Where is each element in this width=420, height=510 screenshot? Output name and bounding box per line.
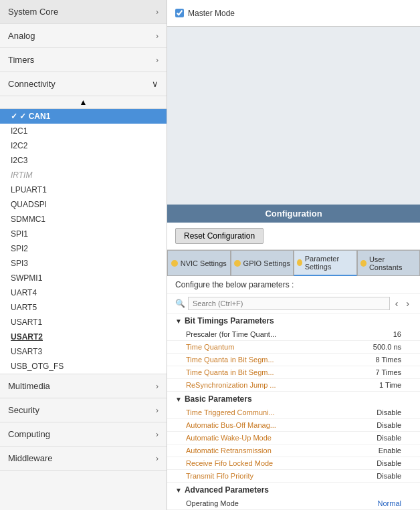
configure-label-text: Configure the below parameters :: [175, 280, 294, 289]
param-value: Normal: [378, 499, 401, 507]
collapse-icon: ▼: [175, 396, 182, 403]
chevron-down-icon: ∨: [152, 79, 159, 89]
sidebar-item-middleware[interactable]: Middleware ›: [0, 447, 167, 470]
sidebar-item-timers[interactable]: Timers ›: [0, 48, 167, 72]
connectivity-item-spi2[interactable]: SPI2: [0, 241, 167, 256]
connectivity-item-i2c1[interactable]: I2C1: [0, 124, 167, 138]
reset-config-button[interactable]: Reset Configuration: [175, 228, 264, 244]
param-name: Prescaler (for Time Quant...: [186, 330, 276, 338]
param-row: Automatic Bus-Off Manag...Disable: [167, 419, 420, 432]
param-value: Disable: [377, 408, 401, 416]
connectivity-item-uart4[interactable]: UART4: [0, 285, 167, 300]
connectivity-item-usart1[interactable]: USART1: [0, 315, 167, 330]
sidebar-section-middleware: Middleware ›: [0, 447, 167, 471]
param-row: Time Quanta in Bit Segm...7 Times: [167, 366, 420, 379]
connectivity-item-uart5[interactable]: UART5: [0, 300, 167, 315]
sidebar-item-analog[interactable]: Analog ›: [0, 24, 167, 47]
master-mode-label: Master Mode: [188, 9, 235, 18]
connectivity-item-spi3[interactable]: SPI3: [0, 256, 167, 271]
param-row: Prescaler (for Time Quant...16: [167, 328, 420, 341]
search-input[interactable]: [188, 297, 390, 310]
param-name: Time Quantum: [186, 343, 234, 351]
tab-parameter[interactable]: Parameter Settings: [294, 250, 357, 276]
tab-parameter-label: Parameter Settings: [305, 255, 354, 271]
connectivity-item-usart2[interactable]: USART2: [0, 330, 167, 344]
tab-gpio-label: GPIO Settings: [243, 259, 290, 267]
connectivity-item-i2c2[interactable]: I2C2: [0, 138, 167, 153]
canvas-area: [167, 27, 420, 205]
tab-gpio[interactable]: GPIO Settings: [231, 250, 294, 276]
chevron-right-icon: ›: [156, 7, 159, 17]
sidebar-item-middleware-label: Middleware: [8, 453, 52, 463]
sidebar-item-system-core-label: System Core: [8, 7, 58, 17]
sidebar-item-security[interactable]: Security ›: [0, 398, 167, 422]
connectivity-item-i2c3[interactable]: I2C3: [0, 153, 167, 168]
param-name: Operating Mode: [186, 499, 239, 507]
sidebar-section-system-core: System Core ›: [0, 0, 167, 24]
connectivity-item-quadspi[interactable]: QUADSPI: [0, 197, 167, 212]
params-scroll[interactable]: ▼ Bit Timings ParametersPrescaler (for T…: [167, 313, 420, 510]
tab-user-label: User Constants: [369, 255, 417, 271]
tab-dot-user: [360, 260, 366, 267]
reset-btn-row: Reset Configuration: [167, 223, 420, 250]
sidebar-item-system-core[interactable]: System Core ›: [0, 0, 167, 23]
param-row: Operating ModeNormal: [167, 497, 420, 510]
param-name: Transmit Fifo Priority: [186, 472, 253, 480]
sidebar-item-multimedia[interactable]: Multimedia ›: [0, 374, 167, 398]
connectivity-item-swpmi1[interactable]: SWPMI1: [0, 271, 167, 285]
param-name: Automatic Bus-Off Manag...: [186, 421, 276, 429]
sidebar-item-computing-label: Computing: [8, 429, 50, 439]
param-name: Automatic Wake-Up Mode: [186, 434, 272, 442]
param-name: ReSynchronization Jump ...: [186, 381, 276, 389]
collapse-icon: ▼: [175, 487, 182, 494]
sidebar-item-connectivity[interactable]: Connectivity ∨: [0, 72, 167, 96]
param-value: 1 Time: [379, 381, 401, 389]
sidebar-section-connectivity: Connectivity ∨ ▲ ✓ CAN1I2C1I2C2I2C3IRTIM…: [0, 72, 167, 374]
param-value: Enable: [379, 447, 401, 455]
tabs-row: NVIC Settings GPIO Settings Parameter Se…: [167, 250, 420, 276]
connectivity-item-lpuart1[interactable]: LPUART1: [0, 182, 167, 197]
section-header-basic-params[interactable]: ▼ Basic Parameters: [167, 392, 420, 406]
param-row: Time Triggered Communi...Disable: [167, 406, 420, 419]
param-value: Disable: [377, 459, 401, 467]
top-area: Master Mode: [167, 0, 420, 27]
chevron-right-icon: ›: [156, 430, 159, 439]
scroll-up-button[interactable]: ▲: [0, 96, 167, 109]
sidebar-item-timers-label: Timers: [8, 55, 34, 65]
tab-nvic-label: NVIC Settings: [181, 259, 227, 267]
chevron-right-icon: ›: [156, 31, 159, 41]
sidebar-item-security-label: Security: [8, 405, 39, 415]
configure-label: Configure the below parameters :: [167, 276, 420, 294]
param-name: Time Quanta in Bit Segm...: [186, 356, 274, 364]
sidebar-section-multimedia: Multimedia ›: [0, 374, 167, 398]
config-header-label: Configuration: [265, 209, 322, 219]
param-value: Disable: [377, 421, 401, 429]
tab-user-constants[interactable]: User Constants: [357, 250, 421, 276]
param-value: Disable: [377, 472, 401, 480]
tab-nvic[interactable]: NVIC Settings: [167, 250, 231, 276]
prev-result-button[interactable]: ‹: [393, 297, 401, 310]
param-row: Time Quantum500.0 ns: [167, 341, 420, 354]
param-row: ReSynchronization Jump ...1 Time: [167, 379, 420, 392]
section-header-bit-timings[interactable]: ▼ Bit Timings Parameters: [167, 313, 420, 328]
param-value: Disable: [377, 434, 401, 442]
connectivity-item-irtim[interactable]: IRTIM: [0, 168, 167, 182]
connectivity-item-usb_otg_fs[interactable]: USB_OTG_FS: [0, 359, 167, 374]
param-value: 16: [393, 330, 401, 338]
next-result-button[interactable]: ›: [403, 297, 412, 310]
sidebar-section-computing: Computing ›: [0, 422, 167, 447]
master-mode-checkbox[interactable]: [175, 9, 184, 17]
section-header-advanced-params[interactable]: ▼ Advanced Parameters: [167, 483, 420, 497]
tab-dot-parameter: [297, 259, 302, 266]
connectivity-item-usart3[interactable]: USART3: [0, 344, 167, 359]
param-row: Automatic Wake-Up ModeDisable: [167, 432, 420, 444]
sidebar-item-analog-label: Analog: [8, 31, 35, 41]
connectivity-item-can1[interactable]: ✓ CAN1: [0, 109, 167, 124]
config-header: Configuration: [167, 205, 420, 223]
sidebar-item-computing[interactable]: Computing ›: [0, 422, 167, 446]
param-row: Time Quanta in Bit Segm...8 Times: [167, 354, 420, 366]
connectivity-item-spi1[interactable]: SPI1: [0, 227, 167, 241]
connectivity-list: ▲ ✓ CAN1I2C1I2C2I2C3IRTIMLPUART1QUADSPIS…: [0, 96, 167, 374]
connectivity-item-sdmmc1[interactable]: SDMMC1: [0, 212, 167, 227]
param-name: Time Quanta in Bit Segm...: [186, 368, 274, 376]
